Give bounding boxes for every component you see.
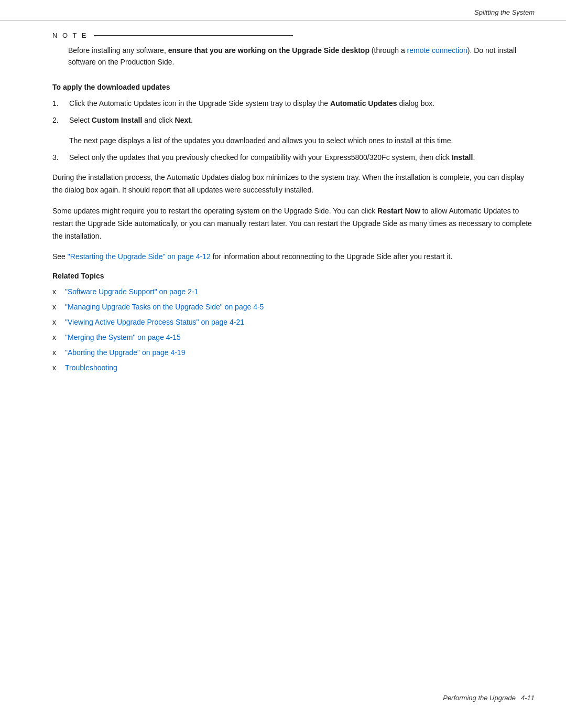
bullet-5: x — [52, 362, 60, 373]
body-para-2-bold: Restart Now — [377, 207, 420, 215]
related-link-item-5: x Troubleshooting — [52, 362, 535, 373]
footer-right-text: 4-11 — [521, 694, 535, 702]
note-body-part2: (through a — [369, 46, 407, 55]
step-2-content: Select Custom Install and click Next. — [69, 114, 535, 126]
step-1-number: 1. — [52, 98, 64, 109]
restarting-link[interactable]: "Restarting the Upgrade Side" on page 4-… — [68, 252, 211, 261]
step-3-text-part2: . — [473, 153, 475, 162]
related-link-1[interactable]: "Managing Upgrade Tasks on the Upgrade S… — [65, 302, 264, 313]
step-3-text-part1: Select only the updates that you previou… — [69, 153, 452, 162]
bullet-1: x — [52, 302, 60, 313]
step-2-text-part1: Select — [69, 116, 92, 124]
related-link-5[interactable]: Troubleshooting — [65, 362, 117, 373]
body-para-3: See "Restarting the Upgrade Side" on pag… — [52, 251, 535, 263]
related-link-item-0: x "Software Upgrade Support" on page 2-1 — [52, 286, 535, 297]
related-link-item-3: x "Merging the System" on page 4-15 — [52, 332, 535, 343]
step-1: 1. Click the Automatic Updates icon in t… — [52, 98, 535, 109]
step-2: 2. Select Custom Install and click Next. — [52, 114, 535, 126]
steps-list: 1. Click the Automatic Updates icon in t… — [52, 98, 535, 126]
page-container: Splitting the System N O T E Before inst… — [0, 0, 566, 728]
step-1-text-part2: dialog box. — [397, 99, 435, 108]
step-2-text-part3: . — [191, 116, 193, 124]
header-right-text: Splitting the System — [474, 8, 535, 16]
related-link-0[interactable]: "Software Upgrade Support" on page 2-1 — [65, 286, 198, 297]
related-link-2[interactable]: "Viewing Active Upgrade Process Status" … — [65, 317, 244, 328]
note-line — [94, 35, 293, 36]
step-3: 3. Select only the updates that you prev… — [52, 152, 535, 163]
step-1-text-bold: Automatic Updates — [330, 99, 397, 108]
body-para-2: Some updates might require you to restar… — [52, 205, 535, 242]
note-label: N O T E — [52, 31, 88, 39]
step-2-text-part2: and click — [142, 116, 175, 124]
step-3-text-bold: Install — [452, 153, 473, 162]
step-3-list: 3. Select only the updates that you prev… — [52, 152, 535, 163]
note-header: N O T E — [52, 31, 535, 39]
note-body-part1: Before installing any software, — [68, 46, 168, 55]
step-3-content: Select only the updates that you previou… — [69, 152, 535, 163]
related-link-4[interactable]: "Aborting the Upgrade" on page 4-19 — [65, 347, 185, 358]
related-link-item-2: x "Viewing Active Upgrade Process Status… — [52, 317, 535, 328]
step2-subpara: The next page displays a list of the upd… — [69, 135, 535, 146]
related-link-item-4: x "Aborting the Upgrade" on page 4-19 — [52, 347, 535, 358]
step-2-text-bold1: Custom Install — [92, 116, 142, 124]
step-2-number: 2. — [52, 114, 64, 126]
footer: Performing the Upgrade 4-11 — [443, 694, 535, 702]
related-links-list: x "Software Upgrade Support" on page 2-1… — [52, 286, 535, 373]
bullet-3: x — [52, 332, 60, 343]
note-body: Before installing any software, ensure t… — [52, 45, 535, 68]
step-3-number: 3. — [52, 152, 64, 163]
main-content: N O T E Before installing any software, … — [52, 31, 535, 686]
bullet-2: x — [52, 317, 60, 328]
section-heading: To apply the downloaded updates — [52, 83, 535, 91]
body-para-2-part1: Some updates might require you to restar… — [52, 207, 377, 215]
top-border — [0, 20, 566, 20]
bullet-4: x — [52, 347, 60, 358]
related-link-3[interactable]: "Merging the System" on page 4-15 — [65, 332, 181, 343]
bullet-0: x — [52, 286, 60, 297]
note-body-bold: ensure that you are working on the Upgra… — [168, 46, 369, 55]
body-para-3-part2: for information about reconnecting to th… — [211, 252, 452, 261]
step-2-text-bold2: Next — [175, 116, 191, 124]
body-para-1: During the installation process, the Aut… — [52, 172, 535, 197]
related-topics-heading: Related Topics — [52, 272, 535, 280]
note-section: N O T E Before installing any software, … — [52, 31, 535, 68]
step-1-content: Click the Automatic Updates icon in the … — [69, 98, 535, 109]
body-para-3-part1: See — [52, 252, 68, 261]
remote-connection-link[interactable]: remote connection — [407, 46, 467, 55]
header-right: Splitting the System — [474, 8, 535, 16]
step-1-text-part1: Click the Automatic Updates icon in the … — [69, 99, 330, 108]
footer-left-text: Performing the Upgrade — [443, 694, 516, 702]
related-link-item-1: x "Managing Upgrade Tasks on the Upgrade… — [52, 302, 535, 313]
